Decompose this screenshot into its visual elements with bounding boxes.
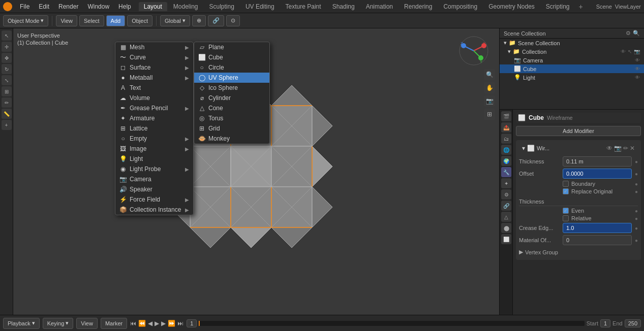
tool-scale[interactable]: ⤡ — [2, 75, 12, 85]
timeline-track[interactable] — [199, 321, 584, 326]
menu-item-text[interactable]: A Text — [115, 83, 193, 93]
jump-start-button[interactable]: ⏮ — [130, 320, 136, 327]
tab-sculpting[interactable]: Sculpting — [204, 2, 239, 11]
outliner-search[interactable]: 🔍 — [633, 30, 640, 37]
prev-keyframe-button[interactable]: ⏪ — [138, 320, 146, 327]
tab-layout[interactable]: Layout — [139, 2, 167, 11]
mesh-circle[interactable]: ○ Circle — [194, 62, 269, 73]
marker-button[interactable]: Marker — [101, 318, 127, 329]
tab-material[interactable]: ⬤ — [501, 223, 511, 233]
menu-item-light[interactable]: 💡 Light — [115, 154, 193, 164]
light-visibility-icon[interactable]: 👁 — [635, 75, 640, 80]
menu-help[interactable]: Help — [115, 2, 135, 11]
material-offset-value[interactable]: 0 — [563, 235, 632, 245]
mesh-torus[interactable]: ◎ Torus — [194, 113, 269, 123]
transform-global[interactable]: Global ▾ — [160, 15, 190, 26]
jump-end-button[interactable]: ⏭ — [177, 320, 183, 327]
menu-render[interactable]: Render — [55, 2, 82, 11]
menu-item-grease-pencil[interactable]: ✒ Grease Pencil ▶ — [115, 103, 193, 113]
tab-world-props[interactable]: 🌍 — [501, 156, 511, 166]
replace-original-checkbox[interactable]: ✓ — [563, 188, 569, 194]
cube-visibility-icon[interactable]: 👁 — [635, 66, 640, 72]
grid-icon[interactable]: ⊞ — [484, 109, 495, 120]
mesh-cube[interactable]: ⬜ Cube — [194, 52, 269, 62]
tab-render-props[interactable]: 🎬 — [501, 111, 511, 121]
tab-scene-props[interactable]: 🌐 — [501, 145, 511, 155]
object-menu[interactable]: Object — [127, 15, 152, 26]
tab-output-props[interactable]: 📤 — [501, 122, 511, 133]
tab-uv-editing[interactable]: UV Editing — [240, 2, 280, 11]
even-checkbox[interactable]: ✓ — [563, 208, 569, 214]
menu-item-lattice[interactable]: ⊞ Lattice — [115, 123, 193, 134]
relative-checkbox[interactable] — [563, 215, 569, 221]
mesh-plane[interactable]: ▱ Plane — [194, 42, 269, 52]
menu-item-camera[interactable]: 📷 Camera — [115, 174, 193, 184]
select-menu[interactable]: Select — [79, 15, 104, 26]
tab-rendering[interactable]: Rendering — [399, 2, 437, 11]
pivot-point[interactable]: ⊕ — [192, 15, 206, 26]
tab-animation[interactable]: Animation — [361, 2, 398, 11]
menu-item-armature[interactable]: ✦ Armature — [115, 113, 193, 123]
tool-cursor[interactable]: ✛ — [2, 42, 12, 52]
outliner-light[interactable]: 💡 Light 👁 — [500, 73, 644, 82]
modifier-delete-icon[interactable]: ✕ — [630, 145, 635, 152]
view-button-bottom[interactable]: View — [76, 318, 98, 329]
end-frame[interactable]: 250 — [625, 319, 641, 327]
menu-item-collection-instance[interactable]: 📦 Collection Instance ▶ — [115, 205, 193, 215]
tab-shading[interactable]: Shading — [327, 2, 360, 11]
tool-rotate[interactable]: ↻ — [2, 64, 12, 74]
mesh-grid[interactable]: ⊞ Grid — [194, 123, 269, 134]
tool-transform[interactable]: ⊞ — [2, 86, 12, 96]
snap-toggle[interactable]: 🔗 — [208, 15, 224, 26]
cam-visibility-icon[interactable]: 👁 — [635, 57, 640, 63]
visibility-icon[interactable]: 👁 — [621, 49, 626, 54]
tab-modeling[interactable]: Modeling — [168, 2, 203, 11]
add-menu-button[interactable]: Add — [106, 15, 126, 26]
mesh-ico-sphere[interactable]: ◇ Ico Sphere — [194, 83, 269, 93]
proportional-edit[interactable]: ⊙ — [226, 15, 240, 26]
boundary-checkbox[interactable] — [563, 181, 569, 187]
menu-item-speaker[interactable]: 🔊 Speaker — [115, 184, 193, 194]
playback-button[interactable]: Playback▾ — [3, 318, 40, 329]
mesh-monkey[interactable]: 🐵 Monkey — [194, 134, 269, 144]
tool-measure[interactable]: 📏 — [2, 109, 12, 119]
outliner-filter[interactable]: ⚙ — [626, 30, 631, 37]
tool-select[interactable]: ↖ — [2, 30, 12, 41]
tab-modifier-props[interactable]: 🔧 — [501, 167, 511, 177]
menu-item-empty[interactable]: ○ Empty ▶ — [115, 134, 193, 144]
keying-button[interactable]: Keying▾ — [43, 318, 74, 329]
outliner-scene-collection[interactable]: ▾ 📁 Scene Collection — [500, 39, 644, 47]
menu-item-image[interactable]: 🖼 Image ▶ — [115, 144, 193, 154]
modifier-vis-icon[interactable]: 👁 — [606, 145, 612, 152]
tool-annotate[interactable]: ✏ — [2, 97, 12, 108]
modifier-render-icon[interactable]: 📷 — [614, 145, 622, 152]
hand-icon[interactable]: ✋ — [484, 82, 495, 93]
zoom-icon[interactable]: 🔍 — [484, 69, 495, 80]
mesh-cylinder[interactable]: ⌀ Cylinder — [194, 93, 269, 103]
tab-compositing[interactable]: Compositing — [438, 2, 482, 11]
prev-frame-button[interactable]: ◀ — [148, 320, 152, 327]
tab-particles[interactable]: ✦ — [501, 178, 511, 188]
menu-edit[interactable]: Edit — [35, 2, 53, 11]
tab-geometry-nodes[interactable]: Geometry Nodes — [483, 2, 540, 11]
next-frame-button[interactable]: ▶ — [161, 320, 166, 327]
menu-window[interactable]: Window — [84, 2, 113, 11]
menu-item-mesh[interactable]: ▦ Mesh ▶ — [115, 42, 193, 52]
camera-icon[interactable]: 📷 — [484, 95, 495, 107]
add-modifier-button[interactable]: Add Modifier — [516, 126, 641, 136]
outliner-collection[interactable]: ▾ 📁 Collection 👁 ↖ 📷 — [500, 47, 644, 56]
offset-value[interactable]: 0.0000 — [563, 169, 632, 179]
start-frame[interactable]: 1 — [600, 319, 610, 327]
menu-item-surface[interactable]: ◻ Surface ▶ — [115, 62, 193, 73]
current-frame-display[interactable]: 1 — [187, 319, 197, 327]
modifier-name[interactable]: Wir... — [537, 145, 549, 151]
crease-edge-value[interactable]: 1.0 — [563, 223, 632, 233]
tab-object-props[interactable]: ⬜ — [501, 234, 511, 244]
mesh-uv-sphere[interactable]: ◯ UV Sphere — [194, 73, 269, 83]
mode-selector[interactable]: Object Mode ▾ — [3, 15, 48, 26]
view-menu[interactable]: View — [56, 15, 77, 26]
menu-item-metaball[interactable]: ● Metaball ▶ — [115, 73, 193, 83]
tab-view-layer[interactable]: 🗂 — [501, 134, 511, 144]
render-icon[interactable]: 📷 — [634, 49, 640, 54]
play-button[interactable]: ▶ — [155, 320, 159, 327]
